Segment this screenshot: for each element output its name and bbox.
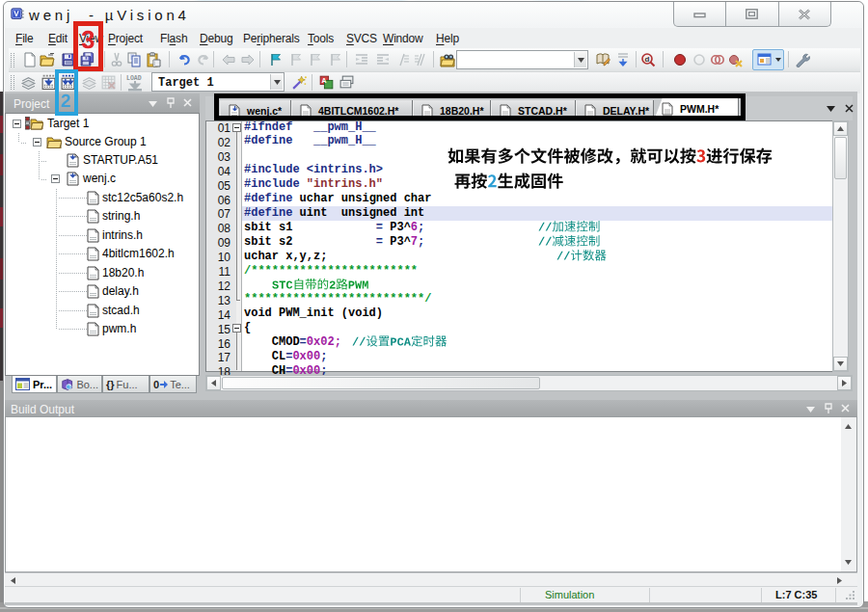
svg-text:?: ? [68, 384, 70, 389]
svg-text:LOAD: LOAD [126, 75, 142, 82]
svg-text:d: d [645, 55, 650, 64]
svg-text:A: A [321, 77, 326, 84]
